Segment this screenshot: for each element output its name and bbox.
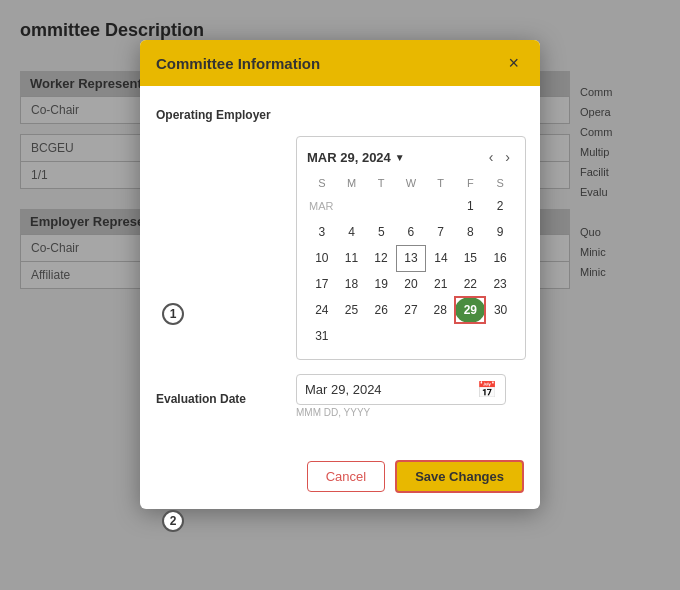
cal-day[interactable]: 7 (426, 219, 456, 245)
col-mon: M (337, 175, 367, 193)
col-sun: S (307, 175, 337, 193)
cal-day[interactable]: 24 (307, 297, 337, 323)
evaluation-date-control: Mar 29, 2024 📅 MMM DD, YYYY (296, 374, 524, 418)
cal-day (396, 323, 426, 349)
modal-overlay: Committee Information × Operating Employ… (0, 0, 680, 590)
cal-day (426, 323, 456, 349)
month-label-text: MAR 29, 2024 (307, 150, 391, 165)
col-fri: F (455, 175, 485, 193)
evaluation-date-label: Evaluation Date (156, 386, 296, 406)
cal-day[interactable]: 23 (485, 271, 515, 297)
cal-day[interactable]: 22 (455, 271, 485, 297)
cal-day[interactable]: 10 (307, 245, 337, 271)
cal-day[interactable]: 27 (396, 297, 426, 323)
cal-day[interactable]: 4 (337, 219, 367, 245)
cal-day[interactable]: 1 (455, 193, 485, 219)
annotation-circle-1: 1 (162, 303, 184, 325)
cal-day[interactable]: 16 (485, 245, 515, 271)
cal-day[interactable]: 26 (366, 297, 396, 323)
cal-day[interactable]: 17 (307, 271, 337, 297)
cal-day (366, 323, 396, 349)
modal-title: Committee Information (156, 55, 320, 72)
cal-day[interactable]: 31 (307, 323, 337, 349)
cal-day[interactable]: 5 (366, 219, 396, 245)
operating-employer-label: Operating Employer (156, 102, 296, 122)
cal-day-today[interactable]: 13 (396, 245, 426, 271)
month-label-cell: MAR (307, 193, 455, 219)
cal-day[interactable]: 11 (337, 245, 367, 271)
chevron-down-icon: ▼ (395, 152, 405, 163)
cal-day[interactable]: 8 (455, 219, 485, 245)
calendar-container: MAR 29, 2024 ▼ ‹ › (296, 136, 526, 360)
cal-day (455, 323, 485, 349)
date-input-field[interactable]: Mar 29, 2024 📅 (296, 374, 506, 405)
cal-day[interactable]: 6 (396, 219, 426, 245)
annotation-circle-2: 2 (162, 510, 184, 532)
date-input-value: Mar 29, 2024 (305, 382, 477, 397)
modal-footer: Cancel Save Changes (140, 448, 540, 509)
cal-week-row: MAR 1 2 (307, 193, 515, 219)
cal-day[interactable]: 14 (426, 245, 456, 271)
cal-day[interactable]: 3 (307, 219, 337, 245)
cal-week-row: 3 4 5 6 7 8 9 (307, 219, 515, 245)
cal-day-selected[interactable]: 29 (455, 297, 485, 323)
col-sat: S (485, 175, 515, 193)
calendar-month-label[interactable]: MAR 29, 2024 ▼ (307, 150, 405, 165)
close-button[interactable]: × (503, 52, 524, 74)
cal-day[interactable]: 19 (366, 271, 396, 297)
cal-day[interactable]: 28 (426, 297, 456, 323)
evaluation-date-row: Evaluation Date Mar 29, 2024 📅 MMM DD, Y… (156, 374, 524, 418)
calendar-nav: ‹ › (484, 147, 515, 167)
calendar-row: MAR 29, 2024 ▼ ‹ › (156, 136, 524, 360)
prev-month-button[interactable]: ‹ (484, 147, 499, 167)
calendar-header: MAR 29, 2024 ▼ ‹ › (307, 147, 515, 167)
cal-day[interactable]: 15 (455, 245, 485, 271)
calendar-grid: S M T W T F S (307, 175, 515, 349)
cal-day[interactable]: 30 (485, 297, 515, 323)
col-thu: T (426, 175, 456, 193)
operating-employer-row: Operating Employer (156, 102, 524, 122)
cal-day[interactable]: 12 (366, 245, 396, 271)
calendar-dropdown: MAR 29, 2024 ▼ ‹ › (296, 136, 526, 360)
cal-day (337, 323, 367, 349)
next-month-button[interactable]: › (500, 147, 515, 167)
modal-header: Committee Information × (140, 40, 540, 86)
cal-week-row: 10 11 12 13 14 15 16 (307, 245, 515, 271)
modal-body: Operating Employer MAR 29, 2024 ▼ (140, 86, 540, 448)
cal-day[interactable]: 18 (337, 271, 367, 297)
cal-day[interactable]: 20 (396, 271, 426, 297)
cal-week-row: 17 18 19 20 21 22 23 (307, 271, 515, 297)
save-changes-button[interactable]: Save Changes (395, 460, 524, 493)
cancel-button[interactable]: Cancel (307, 461, 385, 492)
cal-day[interactable]: 9 (485, 219, 515, 245)
cal-week-row: 31 (307, 323, 515, 349)
cal-day (485, 323, 515, 349)
cal-day[interactable]: 21 (426, 271, 456, 297)
cal-week-row: 24 25 26 27 28 29 30 (307, 297, 515, 323)
col-wed: W (396, 175, 426, 193)
col-tue: T (366, 175, 396, 193)
cal-day[interactable]: 2 (485, 193, 515, 219)
calendar-icon[interactable]: 📅 (477, 380, 497, 399)
date-format-hint: MMM DD, YYYY (296, 407, 524, 418)
committee-info-modal: Committee Information × Operating Employ… (140, 40, 540, 509)
cal-day[interactable]: 25 (337, 297, 367, 323)
